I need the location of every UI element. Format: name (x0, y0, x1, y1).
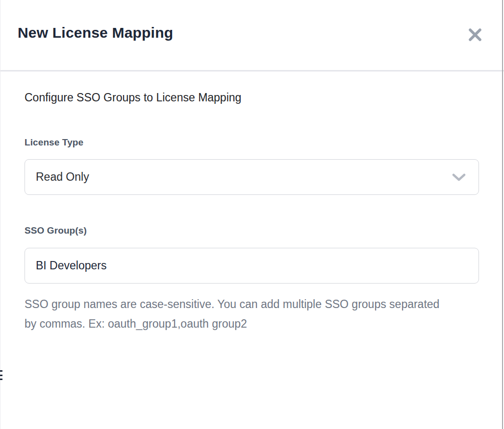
sso-groups-help-text: SSO group names are case-sensitive. You … (25, 294, 441, 334)
menu-dash (0, 375, 2, 376)
background-menu-icon-fragment (0, 370, 2, 380)
license-type-label: License Type (25, 137, 83, 148)
chevron-down-icon (452, 173, 466, 181)
modal-title: New License Mapping (18, 24, 173, 41)
close-button[interactable] (467, 26, 483, 43)
license-type-select[interactable]: Read Only (25, 159, 479, 195)
sso-groups-input[interactable] (25, 248, 479, 284)
sso-groups-label: SSO Group(s) (25, 225, 87, 236)
page-right-edge-line (502, 0, 503, 429)
new-license-mapping-modal: New License Mapping Configure SSO Groups… (0, 0, 504, 429)
page-left-edge-line (0, 0, 0, 429)
menu-dash (0, 379, 2, 380)
license-type-selected-value: Read Only (36, 170, 89, 184)
modal-header: New License Mapping (0, 0, 504, 70)
menu-dash (0, 370, 2, 372)
close-icon (468, 27, 482, 42)
modal-subtitle: Configure SSO Groups to License Mapping (25, 91, 241, 104)
